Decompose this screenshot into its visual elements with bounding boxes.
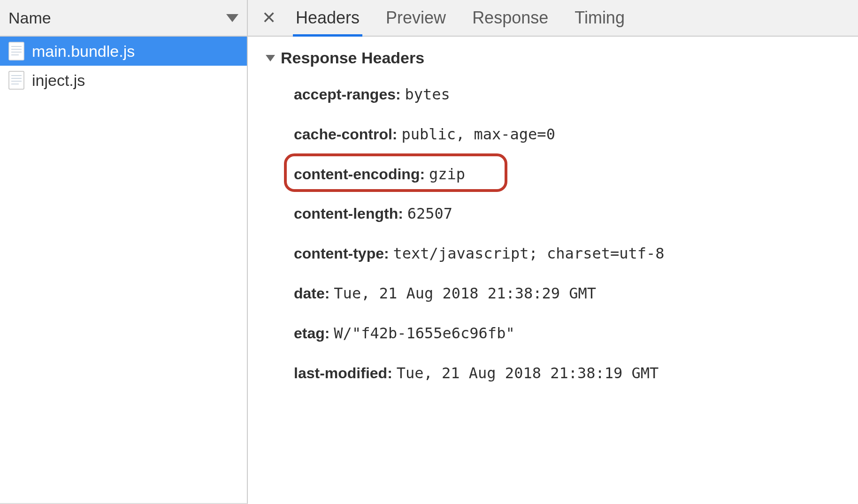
details-tab-bar: ✕ Headers Preview Response Timing bbox=[248, 0, 858, 37]
section-title: Response Headers bbox=[281, 49, 424, 67]
sort-descending-icon bbox=[226, 14, 238, 22]
disclosure-triangle-icon bbox=[266, 55, 275, 61]
network-file-list-panel: Name main.bundle.js bbox=[0, 0, 248, 504]
close-icon[interactable]: ✕ bbox=[259, 8, 284, 28]
js-file-icon bbox=[8, 71, 24, 90]
header-last-modified: last-modified: Tue, 21 Aug 2018 21:38:19… bbox=[294, 359, 843, 388]
headers-detail-body: Response Headers accept-ranges: bytes ca… bbox=[248, 37, 858, 504]
name-column-header[interactable]: Name bbox=[0, 0, 247, 37]
response-headers-section[interactable]: Response Headers bbox=[266, 49, 843, 67]
tab-timing[interactable]: Timing bbox=[575, 0, 625, 36]
header-accept-ranges: accept-ranges: bytes bbox=[294, 80, 843, 109]
file-list: main.bundle.js inject.js bbox=[0, 37, 247, 503]
svg-rect-5 bbox=[9, 71, 24, 89]
header-date: date: Tue, 21 Aug 2018 21:38:29 GMT bbox=[294, 279, 843, 308]
tab-preview[interactable]: Preview bbox=[386, 0, 446, 36]
header-content-length: content-length: 62507 bbox=[294, 199, 843, 228]
request-details-panel: ✕ Headers Preview Response Timing Respon… bbox=[248, 0, 858, 504]
file-name-label: main.bundle.js bbox=[32, 42, 135, 61]
name-column-label: Name bbox=[8, 9, 51, 27]
response-header-list: accept-ranges: bytes cache-control: publ… bbox=[266, 80, 843, 387]
file-row-main-bundle[interactable]: main.bundle.js bbox=[0, 37, 247, 66]
tab-headers[interactable]: Headers bbox=[296, 0, 360, 36]
file-name-label: inject.js bbox=[32, 71, 85, 90]
js-file-icon bbox=[8, 42, 24, 61]
svg-rect-0 bbox=[9, 42, 24, 60]
header-cache-control: cache-control: public, max-age=0 bbox=[294, 120, 843, 149]
file-row-inject[interactable]: inject.js bbox=[0, 66, 247, 95]
header-content-type: content-type: text/javascript; charset=u… bbox=[294, 239, 843, 268]
tab-response[interactable]: Response bbox=[472, 0, 548, 36]
header-etag: etag: W/"f42b-1655e6c96fb" bbox=[294, 319, 843, 348]
header-content-encoding: content-encoding: gzip bbox=[294, 160, 843, 189]
